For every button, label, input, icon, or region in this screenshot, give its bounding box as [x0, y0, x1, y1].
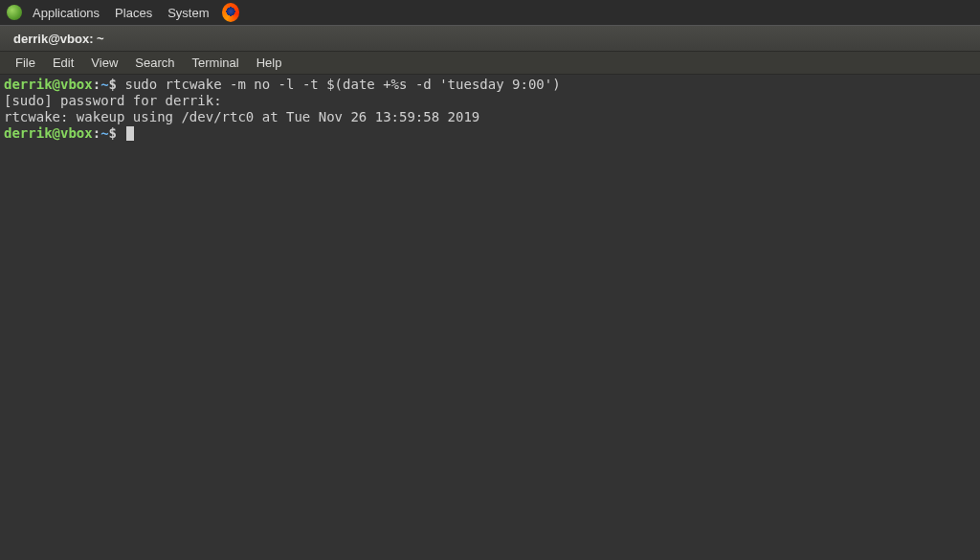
- menu-terminal[interactable]: Terminal: [185, 54, 247, 72]
- window-titlebar[interactable]: derrik@vbox: ~: [0, 25, 980, 52]
- prompt-user-host: derrik@vbox: [4, 125, 93, 141]
- mate-logo-icon: [6, 4, 23, 21]
- prompt-path: ~: [100, 77, 108, 92]
- panel-system-menu[interactable]: System: [162, 6, 214, 20]
- menu-file[interactable]: File: [8, 54, 43, 72]
- window-title: derrik@vbox: ~: [13, 32, 104, 46]
- output-line-rtcwake: rtcwake: wakeup using /dev/rtc0 at Tue N…: [4, 109, 479, 124]
- prompt-path: ~: [100, 125, 108, 141]
- command-line-1: sudo rtcwake -m no -l -t $(date +%s -d '…: [124, 77, 560, 92]
- menu-edit[interactable]: Edit: [45, 54, 81, 72]
- menu-search[interactable]: Search: [127, 54, 182, 72]
- firefox-launcher-icon[interactable]: [222, 4, 239, 21]
- panel-applications-menu[interactable]: Applications: [27, 6, 105, 20]
- output-line-sudo: [sudo] password for derrik:: [4, 93, 222, 108]
- terminal-menubar: File Edit View Search Terminal Help: [0, 52, 980, 75]
- menu-help[interactable]: Help: [249, 54, 290, 72]
- prompt-separator: :: [93, 125, 100, 141]
- prompt-dollar: $: [109, 125, 125, 141]
- terminal-output-area[interactable]: derrik@vbox:~$ sudo rtcwake -m no -l -t …: [0, 75, 980, 560]
- menu-view[interactable]: View: [83, 54, 125, 72]
- terminal-cursor: [126, 126, 134, 141]
- prompt-user-host: derrik@vbox: [4, 77, 93, 92]
- prompt-dollar: $: [109, 77, 125, 92]
- prompt-separator: :: [93, 77, 100, 92]
- panel-places-menu[interactable]: Places: [109, 6, 158, 20]
- desktop-top-panel: Applications Places System: [0, 0, 980, 25]
